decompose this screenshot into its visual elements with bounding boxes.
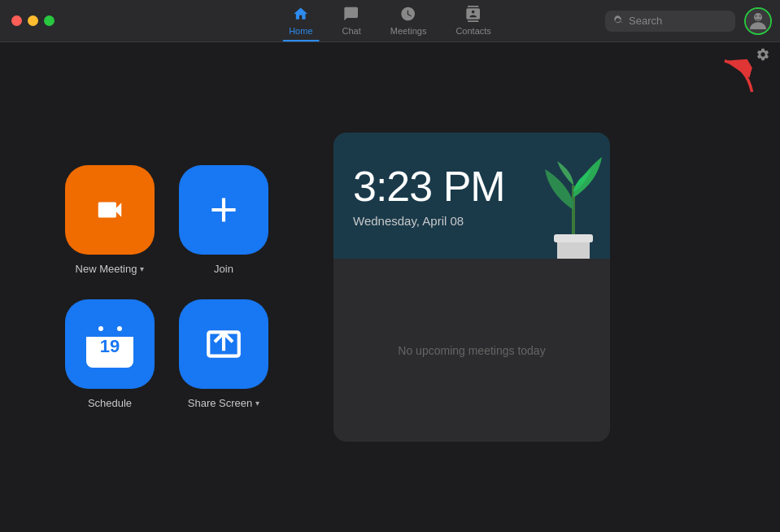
tab-home-label: Home — [289, 26, 312, 36]
search-bar[interactable] — [605, 11, 735, 32]
tab-contacts[interactable]: Contacts — [441, 0, 505, 41]
join-button[interactable] — [179, 165, 268, 255]
tab-home[interactable]: Home — [274, 0, 327, 41]
share-screen-label: Share Screen ▾ — [188, 397, 260, 409]
share-screen-button[interactable] — [179, 299, 268, 389]
title-bar: Home Chat Meetings — [0, 0, 780, 42]
close-button[interactable] — [11, 15, 22, 26]
new-meeting-label: New Meeting ▾ — [76, 263, 145, 275]
join-label: Join — [214, 263, 233, 275]
main-content: New Meeting ▾ Join — [0, 42, 780, 532]
search-input[interactable] — [629, 15, 727, 27]
svg-point-1 — [755, 15, 757, 17]
tab-contacts-label: Contacts — [455, 26, 490, 36]
nav-tabs: Home Chat Meetings — [274, 0, 506, 41]
calendar-icon: 19 — [86, 321, 133, 368]
new-meeting-button[interactable] — [65, 165, 155, 255]
plant-decoration — [533, 153, 610, 259]
tab-chat[interactable]: Chat — [328, 0, 376, 41]
clock-panel: 3:23 PM Wednesday, April 08 — [333, 133, 610, 442]
new-meeting-dropdown-icon: ▾ — [140, 264, 144, 273]
contacts-icon — [465, 6, 482, 24]
settings-icon[interactable] — [756, 47, 770, 66]
action-grid: New Meeting ▾ Join — [65, 165, 268, 409]
search-icon — [613, 15, 624, 28]
svg-point-2 — [759, 15, 761, 17]
clock-date: Wednesday, April 08 — [353, 214, 464, 228]
schedule-button[interactable]: 19 — [65, 299, 155, 389]
schedule-label: Schedule — [88, 397, 132, 409]
no-meetings-text: No upcoming meetings today — [398, 344, 545, 357]
svg-rect-5 — [554, 234, 593, 242]
join-item[interactable]: Join — [179, 165, 268, 275]
maximize-button[interactable] — [44, 15, 54, 26]
tab-meetings-label: Meetings — [390, 26, 427, 36]
new-meeting-item[interactable]: New Meeting ▾ — [65, 165, 155, 275]
avatar[interactable] — [744, 7, 772, 35]
meetings-area: No upcoming meetings today — [333, 259, 610, 442]
share-screen-item[interactable]: Share Screen ▾ — [179, 299, 268, 409]
meetings-icon — [400, 6, 416, 24]
clock-header: 3:23 PM Wednesday, April 08 — [333, 133, 610, 259]
home-icon — [293, 6, 309, 24]
share-screen-dropdown-icon: ▾ — [255, 399, 259, 408]
minimize-button[interactable] — [28, 15, 38, 26]
avatar-image — [746, 9, 770, 33]
clock-time: 3:23 PM — [353, 164, 505, 210]
tab-meetings[interactable]: Meetings — [376, 0, 442, 41]
schedule-item[interactable]: 19 Schedule — [65, 299, 155, 409]
traffic-lights — [0, 15, 54, 26]
tab-chat-label: Chat — [342, 26, 361, 36]
chat-icon — [343, 6, 359, 24]
